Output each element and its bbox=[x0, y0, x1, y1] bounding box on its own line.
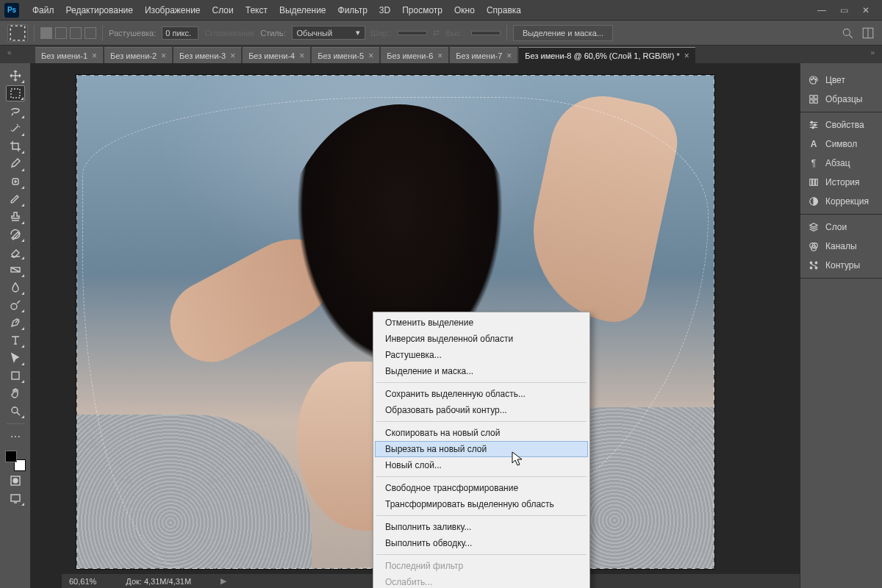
menu-file[interactable]: Файл bbox=[26, 2, 60, 18]
tab-close-icon[interactable]: × bbox=[506, 51, 512, 61]
menu-help[interactable]: Справка bbox=[481, 2, 527, 18]
dodge-tool[interactable] bbox=[6, 297, 25, 313]
move-tool[interactable] bbox=[6, 68, 25, 84]
panel-label: Символ bbox=[825, 139, 857, 149]
brush-tool[interactable] bbox=[6, 191, 25, 207]
magic-wand-tool[interactable] bbox=[6, 121, 25, 137]
menu-view[interactable]: Просмотр bbox=[396, 2, 448, 18]
doc-tab-1[interactable]: Без имени-1× bbox=[35, 47, 103, 63]
panel-properties[interactable]: Свойства bbox=[800, 115, 882, 135]
panel-swatches[interactable]: Образцы bbox=[800, 90, 882, 109]
doc-tab-3[interactable]: Без имени-3× bbox=[173, 47, 241, 63]
ctx-deselect[interactable]: Отменить выделение bbox=[375, 315, 588, 331]
ctx-free-transform[interactable]: Свободное трансформирование bbox=[375, 480, 588, 496]
panel-history[interactable]: История bbox=[800, 173, 882, 192]
doc-tab-8[interactable]: Без имени-8 @ 60,6% (Слой 1, RGB/8#) *× bbox=[519, 47, 695, 63]
ctx-save-selection[interactable]: Сохранить выделенную область... bbox=[375, 386, 588, 402]
tab-close-icon[interactable]: × bbox=[230, 51, 235, 61]
zoom-level[interactable]: 60,61% bbox=[69, 577, 96, 586]
menu-3d[interactable]: 3D bbox=[373, 2, 396, 18]
tabs-scroll-left-icon[interactable]: « bbox=[7, 49, 12, 57]
zoom-tool[interactable] bbox=[6, 403, 25, 419]
tab-close-icon[interactable]: × bbox=[299, 51, 304, 61]
ctx-cut-to-layer[interactable]: Вырезать на новый слой bbox=[375, 441, 588, 457]
svg-rect-19 bbox=[810, 100, 813, 103]
path-select-tool[interactable] bbox=[6, 350, 25, 366]
ctx-stroke[interactable]: Выполнить обводку... bbox=[375, 535, 588, 551]
panel-layers[interactable]: Слои bbox=[800, 218, 882, 237]
svg-point-12 bbox=[13, 478, 18, 483]
fg-bg-swatch[interactable] bbox=[5, 451, 26, 471]
doc-tab-2[interactable]: Без имени-2× bbox=[104, 47, 172, 63]
ctx-make-work-path[interactable]: Образовать рабочий контур... bbox=[375, 402, 588, 418]
style-select[interactable]: Обычный▾ bbox=[292, 26, 365, 40]
shape-tool[interactable] bbox=[6, 368, 25, 384]
mode-new-icon[interactable] bbox=[40, 27, 52, 39]
eyedropper-tool[interactable] bbox=[6, 156, 25, 172]
more-tools-icon[interactable]: ⋯ bbox=[6, 429, 25, 445]
marquee-tool[interactable] bbox=[6, 85, 25, 101]
menu-text[interactable]: Текст bbox=[240, 2, 273, 18]
type-tool[interactable] bbox=[6, 332, 25, 348]
mode-add-icon[interactable] bbox=[55, 27, 67, 39]
screen-mode-icon[interactable] bbox=[6, 490, 25, 506]
eraser-tool[interactable] bbox=[6, 244, 25, 260]
menu-image[interactable]: Изображение bbox=[139, 2, 207, 18]
menu-layers[interactable]: Слои bbox=[207, 2, 240, 18]
doc-tab-7[interactable]: Без имени-7× bbox=[450, 47, 517, 63]
panel-character[interactable]: AСимвол bbox=[800, 135, 882, 154]
tab-close-icon[interactable]: × bbox=[161, 51, 166, 61]
panel-paths[interactable]: Контуры bbox=[800, 256, 882, 275]
stamp-tool[interactable] bbox=[6, 209, 25, 225]
panel-paragraph[interactable]: ¶Абзац bbox=[800, 154, 882, 173]
quick-mask-icon[interactable] bbox=[6, 473, 25, 489]
ctx-inverse[interactable]: Инверсия выделенной области bbox=[375, 331, 588, 347]
ctx-new-layer[interactable]: Новый слой... bbox=[375, 457, 588, 473]
maximize-icon[interactable]: ▭ bbox=[838, 4, 850, 16]
gradient-tool[interactable] bbox=[6, 262, 25, 278]
mode-intersect-icon[interactable] bbox=[85, 27, 96, 39]
panel-color[interactable]: Цвет bbox=[800, 71, 882, 90]
menu-filter[interactable]: Фильтр bbox=[332, 2, 373, 18]
tab-close-icon[interactable]: × bbox=[92, 51, 97, 61]
doc-size[interactable]: Док: 4,31M/4,31M bbox=[126, 577, 191, 586]
ctx-separator bbox=[376, 382, 587, 383]
healing-tool[interactable] bbox=[6, 173, 25, 190]
menu-select[interactable]: Выделение bbox=[273, 2, 332, 18]
feather-input[interactable]: 0 пикс. bbox=[162, 26, 198, 40]
blur-tool[interactable] bbox=[6, 279, 25, 295]
close-icon[interactable]: ✕ bbox=[860, 4, 872, 16]
status-arrow-icon[interactable]: ▶ bbox=[220, 576, 226, 586]
ctx-copy-to-layer[interactable]: Скопировать на новый слой bbox=[375, 425, 588, 441]
tab-close-icon[interactable]: × bbox=[684, 51, 689, 61]
window-controls: — ▭ ✕ bbox=[816, 4, 878, 16]
tab-close-icon[interactable]: × bbox=[437, 51, 442, 61]
hand-tool[interactable] bbox=[6, 385, 25, 401]
menu-window[interactable]: Окно bbox=[448, 2, 481, 18]
minimize-icon[interactable]: — bbox=[816, 4, 828, 16]
ctx-select-mask[interactable]: Выделение и маска... bbox=[375, 363, 588, 379]
fg-color-icon[interactable] bbox=[5, 451, 17, 462]
pen-tool[interactable] bbox=[6, 315, 25, 331]
select-and-mask-button[interactable]: Выделение и маска... bbox=[513, 25, 613, 41]
panel-label: Коррекция bbox=[825, 196, 869, 207]
panel-channels[interactable]: Каналы bbox=[800, 237, 882, 256]
tool-preset[interactable] bbox=[7, 24, 28, 42]
ctx-transform-selection[interactable]: Трансформировать выделенную область bbox=[375, 496, 588, 512]
mode-subtract-icon[interactable] bbox=[70, 27, 82, 39]
search-icon[interactable] bbox=[841, 26, 854, 40]
lasso-tool[interactable] bbox=[6, 103, 25, 119]
crop-tool[interactable] bbox=[6, 138, 25, 154]
doc-tab-6[interactable]: Без имени-6× bbox=[381, 47, 448, 63]
history-brush-tool[interactable] bbox=[6, 226, 25, 243]
ctx-feather[interactable]: Растушевка... bbox=[375, 347, 588, 363]
menu-edit[interactable]: Редактирование bbox=[60, 2, 139, 18]
ctx-fill[interactable]: Выполнить заливку... bbox=[375, 519, 588, 535]
tab-close-icon[interactable]: × bbox=[368, 51, 373, 61]
tabs-menu-icon[interactable]: » bbox=[870, 49, 875, 57]
swap-icon: ⇄ bbox=[433, 28, 440, 37]
panel-adjustments[interactable]: Коррекция bbox=[800, 192, 882, 211]
workspace-icon[interactable] bbox=[861, 26, 875, 40]
doc-tab-5[interactable]: Без имени-5× bbox=[312, 47, 379, 63]
doc-tab-4[interactable]: Без имени-4× bbox=[243, 47, 310, 63]
